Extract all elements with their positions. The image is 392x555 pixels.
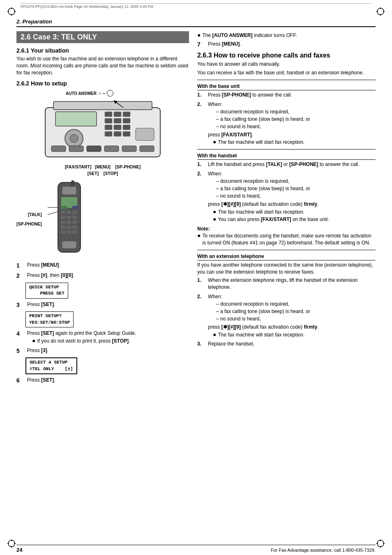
svg-rect-28	[123, 118, 130, 123]
phone-diagram-wrapper: [TALK] [SP-PHONE]	[16, 180, 189, 258]
svg-rect-64	[61, 206, 67, 209]
page-number: 24	[16, 547, 22, 553]
setup-heading: 2.6.2 How to setup	[16, 80, 189, 87]
svg-rect-50	[67, 211, 71, 214]
corner-mark-tr	[376, 7, 385, 16]
fax-diagram-wrapper: AUTO ANSWER ○ –	[16, 90, 189, 177]
svg-rect-52	[61, 216, 65, 219]
svg-rect-65	[72, 206, 78, 209]
step7-bullet: ● The [AUTO ANSWER] indicator turns OFF.	[197, 32, 376, 39]
svg-point-36	[70, 134, 78, 143]
right-column: ● The [AUTO ANSWER] indicator turns OFF.…	[197, 31, 376, 387]
step-3-box: PRINT SETUP? YES:SET/NO:STOP	[16, 311, 189, 327]
svg-rect-34	[123, 131, 130, 136]
section-title-text: 2.6 Case 3: TEL ONLY	[21, 33, 97, 41]
phone-svg	[48, 180, 89, 258]
ext-phone-intro: If you have another telephone connected …	[197, 262, 376, 276]
ext-step-1: 1. When the extension telephone rings, l…	[197, 277, 376, 291]
svg-rect-23	[105, 112, 112, 117]
svg-rect-56	[67, 221, 71, 224]
svg-rect-27	[114, 118, 121, 123]
svg-rect-49	[61, 211, 65, 214]
phone-labels: [TALK] [SP-PHONE]	[16, 210, 44, 229]
base-unit-heading: With the base unit	[197, 83, 376, 90]
step-3: 3 Press [SET].	[16, 301, 189, 309]
base-step-1: 1. Press [SP-PHONE] to answer the call.	[197, 92, 376, 99]
ext-phone-heading: With an extension telephone	[197, 253, 376, 260]
situation-heading: 2.6.1 Your situation	[16, 47, 189, 54]
svg-rect-60	[72, 226, 77, 229]
footer-contact: For Fax Advantage assistance, call 1-800…	[271, 548, 376, 553]
svg-rect-29	[105, 125, 112, 130]
handset-step-2: 2. When: – document reception is require…	[197, 170, 376, 223]
svg-rect-57	[72, 221, 77, 224]
step-4: 4 Press [SET] again to print the Quick S…	[16, 330, 189, 345]
svg-rect-63	[72, 230, 77, 234]
svg-rect-59	[67, 226, 71, 229]
corner-mark-bl	[7, 539, 16, 548]
svg-rect-37	[136, 128, 154, 140]
svg-point-15	[377, 540, 384, 547]
svg-rect-33	[114, 131, 121, 136]
handset-step-1: 1. Lift the handset and press [TALK] or …	[197, 161, 376, 168]
receive-intro2: You can receive a fax with the base unit…	[197, 69, 376, 76]
svg-rect-43	[140, 146, 154, 152]
step-1: 1 Press [MENU].	[16, 262, 189, 270]
svg-rect-30	[114, 125, 121, 130]
svg-rect-61	[61, 230, 65, 234]
base-step-2: 2. When: – document reception is require…	[197, 101, 376, 146]
receive-heading: 2.6.3 How to receive phone calls and fax…	[197, 52, 376, 59]
situation-text: You wish to use the fax machine and an e…	[16, 55, 189, 76]
left-column: 2.6 Case 3: TEL ONLY 2.6.1 Your situatio…	[16, 31, 189, 387]
ext-steps: 1. When the extension telephone rings, l…	[197, 277, 376, 348]
svg-rect-22	[55, 112, 97, 126]
svg-rect-26	[105, 118, 112, 123]
svg-rect-21	[53, 101, 152, 110]
svg-rect-62	[67, 230, 71, 234]
svg-rect-51	[72, 211, 77, 214]
svg-rect-38	[51, 146, 66, 152]
svg-rect-66	[62, 241, 76, 249]
ext-step-3: 3. Replace the handset.	[197, 341, 376, 348]
svg-rect-25	[123, 112, 130, 117]
step-7-list: 7 Press [MENU].	[197, 41, 376, 49]
svg-line-68	[48, 212, 58, 215]
fax-bottom-labels: [FAX/START] [MENU] [SP-PHONE] [SET] [STO…	[16, 164, 189, 177]
corner-mark-tl	[7, 7, 16, 16]
svg-rect-53	[67, 216, 71, 219]
svg-point-10	[8, 540, 15, 547]
svg-rect-40	[87, 146, 101, 152]
note-section: Note: ● To receive fax documents using t…	[197, 226, 376, 246]
svg-rect-39	[69, 146, 83, 152]
section-title-bar: 2.6 Case 3: TEL ONLY	[16, 31, 189, 43]
step-5-box: SELECT A SETUP =TEL ONLY [±]	[16, 357, 189, 374]
step-7: 7 Press [MENU].	[197, 41, 376, 49]
step-2-box: QUICK SETUP PRESS SET	[16, 283, 189, 299]
fax-machine-svg	[33, 97, 173, 163]
page-header-title: 2. Preparation	[16, 18, 52, 25]
page-header: 2. Preparation	[16, 18, 376, 27]
setup-steps: 1 Press [MENU]. 2 Press [#], then [0][0]…	[16, 262, 189, 385]
page-footer: 24 For Fax Advantage assistance, call 1-…	[16, 545, 376, 553]
svg-rect-54	[72, 216, 77, 219]
file-info-text: FPG379-PFQX2138ZA-en.book Page 24 Wednes…	[21, 5, 153, 9]
svg-point-5	[377, 8, 384, 15]
svg-rect-58	[61, 226, 65, 229]
file-info-bar: FPG379-PFQX2138ZA-en.book Page 24 Wednes…	[21, 3, 371, 9]
svg-rect-41	[104, 146, 119, 152]
step-2: 2 Press [#], then [0][0].	[16, 272, 189, 280]
handset-steps: 1. Lift the handset and press [TALK] or …	[197, 161, 376, 223]
svg-rect-42	[122, 146, 136, 152]
base-unit-steps: 1. Press [SP-PHONE] to answer the call. …	[197, 92, 376, 146]
handset-heading: With the handset	[197, 153, 376, 160]
step-6: 6 Press [SET].	[16, 377, 189, 385]
corner-mark-br	[376, 539, 385, 548]
svg-point-0	[8, 8, 15, 15]
auto-answer-label: AUTO ANSWER ○ –	[66, 90, 189, 97]
ext-step-2: 2. When: – document reception is require…	[197, 293, 376, 338]
svg-rect-32	[105, 131, 112, 136]
receive-intro1: You have to answer all calls manually.	[197, 61, 376, 68]
svg-rect-55	[61, 221, 65, 224]
svg-rect-47	[62, 187, 76, 195]
svg-rect-24	[114, 112, 121, 117]
